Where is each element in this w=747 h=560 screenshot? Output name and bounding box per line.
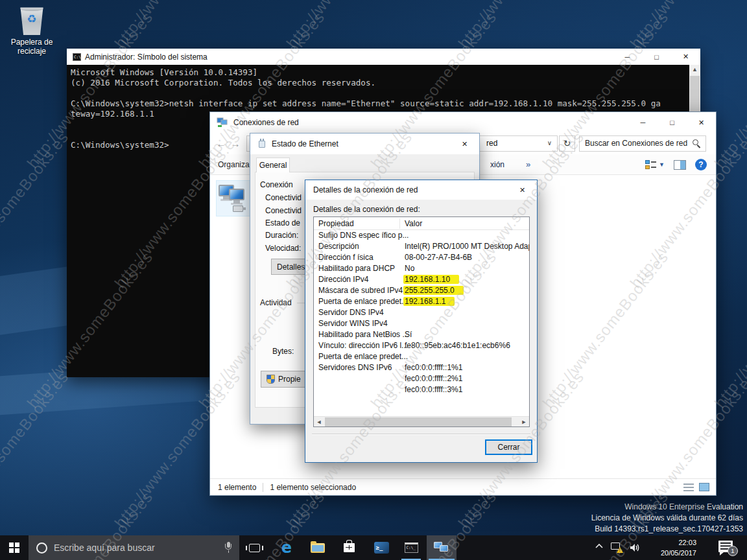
details-subtitle: Detalles de la conexión de red: — [313, 205, 420, 214]
table-row[interactable]: Dirección IPv4192.168.1.10 — [314, 274, 529, 285]
action-center-icon[interactable]: 1 — [718, 541, 733, 552]
table-row[interactable]: Máscara de subred IPv4255.255.255.0 — [314, 285, 529, 296]
taskbar-store[interactable] — [335, 535, 363, 560]
media-state-label: Estado de — [265, 218, 300, 228]
table-row[interactable]: Puerta de enlace predet...192.168.1.1 — [314, 296, 529, 307]
search-icon[interactable] — [693, 139, 701, 148]
tray-volume-icon[interactable] — [629, 542, 642, 553]
refresh-icon[interactable]: ↻ — [559, 135, 575, 152]
column-header-property[interactable]: Propiedad — [318, 219, 354, 228]
details-property-cell: Dirección f ísica — [318, 253, 374, 262]
search-placeholder: Escribe aquí para buscar — [54, 542, 155, 553]
edition-line: Windows 10 Enterprise Evaluation — [591, 502, 743, 513]
back-arrow-icon[interactable]: ← — [214, 138, 228, 149]
table-row[interactable]: Sufijo DNS espec ífico p... — [314, 230, 529, 241]
microphone-icon[interactable] — [225, 542, 231, 554]
table-row[interactable]: Servidor DNS IPv4 — [314, 307, 529, 318]
taskbar-powershell[interactable]: ≥_ — [367, 535, 396, 560]
network-window-titlebar[interactable]: Conexiones de red ─ □ ✕ — [210, 112, 716, 133]
close-button[interactable]: ✕ — [508, 180, 537, 200]
scrollbar-thumb[interactable] — [325, 417, 512, 426]
details-value-cell: 08-00-27-A7-B4-6B — [405, 253, 472, 262]
table-row[interactable]: Puerta de enlace predet... — [314, 351, 529, 362]
details-property-cell: Servidor WINS IPv4 — [318, 319, 388, 328]
edge-icon: e — [281, 539, 292, 557]
taskbar: Escribe aquí para buscar e ≥_ C:\_ — [0, 535, 747, 560]
search-text: Buscar en Conexiones de red — [585, 139, 687, 148]
horizontal-scrollbar[interactable]: ◄ ► — [314, 416, 529, 426]
cerrar-button[interactable]: Cerrar — [485, 439, 532, 455]
taskbar-network-connections[interactable] — [427, 535, 456, 560]
close-button[interactable]: ✕ — [450, 134, 479, 154]
close-button[interactable]: ✕ — [687, 112, 716, 133]
recycle-bin[interactable]: ♻ Papelera de reciclaje — [6, 5, 57, 56]
help-icon[interactable]: ? — [695, 159, 707, 170]
search-input[interactable]: Buscar en Conexiones de red — [579, 135, 706, 152]
table-row[interactable]: DescripciónIntel(R) PRO/1000 MT Desktop … — [314, 241, 529, 252]
minimize-button[interactable]: ─ — [613, 49, 642, 65]
preview-pane-icon[interactable] — [674, 160, 686, 170]
chevron-down-icon[interactable]: ∨ — [547, 139, 552, 146]
taskbar-search-box[interactable]: Escribe aquí para buscar — [29, 535, 239, 560]
taskbar-file-explorer[interactable] — [303, 535, 332, 560]
cmd-titlebar[interactable]: C:\ Administrador: Símbolo del sistema ─… — [67, 49, 700, 65]
cmd-icon: C:\_ — [405, 542, 418, 553]
screen: ♻ Papelera de reciclaje Windows 10 Enter… — [0, 0, 747, 560]
task-view-button[interactable] — [241, 535, 267, 560]
table-row[interactable]: Habilitado para NetBios ...Sí — [314, 329, 529, 340]
table-row[interactable]: fec0:0:0:ffff::3%1 — [314, 384, 529, 395]
maximize-button[interactable]: □ — [642, 49, 671, 65]
warning-icon — [617, 547, 623, 553]
ethernet-dialog-titlebar[interactable]: Estado de Ethernet ✕ — [250, 134, 479, 154]
toolbar-more-chevron[interactable]: » — [526, 159, 530, 169]
details-property-cell: Servidor DNS IPv4 — [318, 308, 384, 317]
bytes-label: Bytes: — [272, 347, 294, 356]
scroll-right-icon[interactable]: ► — [519, 417, 529, 427]
table-row[interactable]: Dirección f ísica08-00-27-A7-B4-6B — [314, 252, 529, 263]
clock-time: 22:03 — [650, 537, 696, 548]
details-property-cell: Descripción — [318, 242, 359, 251]
tray-expand-chevron-icon[interactable] — [595, 543, 603, 548]
ethernet-connection-item[interactable] — [216, 180, 252, 216]
details-property-cell: Habilitado para DHCP — [318, 264, 395, 273]
table-row[interactable]: Habilitado para DHCPNo — [314, 263, 529, 274]
details-dialog-titlebar[interactable]: Detalles de la conexión de red ✕ — [305, 180, 537, 200]
large-icons-view-icon[interactable] — [699, 483, 709, 491]
cmd-window-icon: C:\ — [73, 53, 81, 61]
forward-arrow-icon[interactable]: → — [228, 138, 243, 149]
taskbar-edge[interactable]: e — [272, 535, 301, 560]
minimize-button[interactable]: ─ — [628, 112, 658, 133]
task-view-icon — [249, 544, 260, 552]
scroll-up-icon[interactable]: ▲ — [689, 66, 700, 73]
organize-menu[interactable]: Organizar — [218, 160, 252, 169]
column-header-value[interactable]: Valor — [405, 219, 422, 228]
item-count: 1 elemento — [218, 483, 256, 492]
ipv4-connectivity-label: Conectivid — [265, 193, 302, 202]
column-divider[interactable] — [399, 218, 400, 229]
view-options-button[interactable]: ▼ — [645, 159, 665, 170]
details-value-cell: fec0:0:0:ffff::2%1 — [405, 374, 462, 383]
view-options-icon — [645, 159, 656, 170]
cmd-window-title: Administrador: Símbolo del sistema — [85, 52, 208, 62]
recycle-bin-label: Papelera de reciclaje — [6, 38, 57, 56]
tray-network-icon[interactable] — [611, 542, 622, 552]
table-row[interactable]: Servidores DNS IPv6fec0:0:0:ffff::1%1 — [314, 362, 529, 373]
start-button[interactable] — [0, 535, 29, 560]
taskbar-cmd[interactable]: C:\_ — [397, 535, 425, 560]
details-value-cell-highlighted: 255.255.255.0 — [403, 286, 464, 295]
scrollbar-thumb[interactable] — [690, 76, 700, 116]
address-text-fragment: red — [486, 139, 497, 148]
table-row[interactable]: fec0:0:0:ffff::2%1 — [314, 373, 529, 384]
tab-general[interactable]: General — [256, 158, 290, 172]
duration-label: Duración: — [265, 231, 298, 240]
toolbar-text-fragment[interactable]: xión — [490, 160, 504, 169]
scroll-left-icon[interactable]: ◄ — [314, 417, 324, 427]
recycle-bin-icon: ♻ — [19, 5, 44, 35]
table-row[interactable]: Vínculo: dirección IPv6 l...fe80::95eb:a… — [314, 340, 529, 351]
details-view-icon[interactable] — [683, 483, 694, 491]
powershell-icon: ≥_ — [374, 542, 389, 554]
tray-clock[interactable]: 22:03 20/05/2017 — [650, 537, 696, 558]
maximize-button[interactable]: □ — [658, 112, 687, 133]
table-row[interactable]: Servidor WINS IPv4 — [314, 318, 529, 329]
close-button[interactable]: ✕ — [671, 49, 700, 65]
